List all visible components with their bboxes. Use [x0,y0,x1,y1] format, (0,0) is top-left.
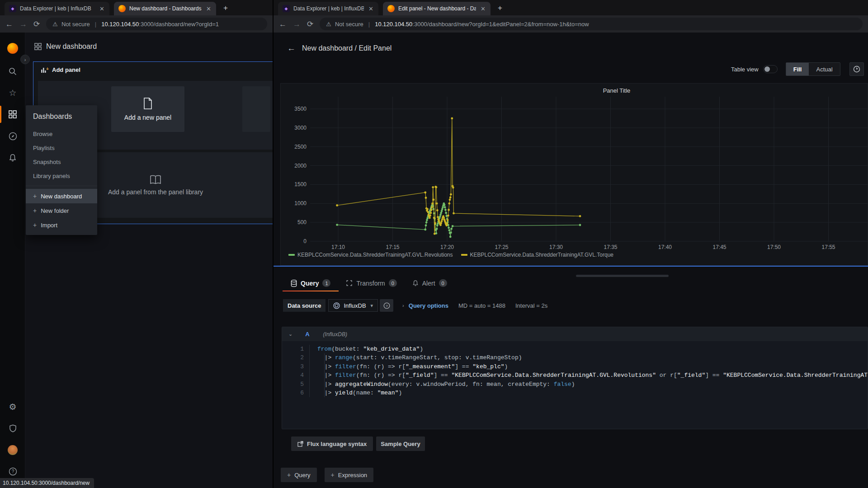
close-tab-icon[interactable]: ✕ [480,5,486,12]
dashboards-flyout-menu: Dashboards Browse Playlists Snapshots Li… [26,105,97,235]
legend-swatch-green [288,254,295,256]
external-link-icon [297,441,303,447]
svg-text:500: 500 [297,219,307,225]
security-label: Not secure [335,21,363,28]
tab-title: Edit panel - New dashboard - Da [398,5,476,12]
search-icon[interactable] [0,62,25,80]
browser-toolbar: ← → ⟳ ⚠ Not secure | 10.120.104.50:3000/… [274,15,868,33]
edit-panel-header: ← New dashboard / Edit Panel [287,43,392,53]
max-data-points-info: MD = auto = 1488 [458,302,505,309]
menu-item-playlists[interactable]: Playlists [26,141,97,155]
datasource-help-button[interactable]: ? [380,299,393,312]
fill-button[interactable]: Fill [786,63,809,75]
query-row-header[interactable]: ⌄ A (InfluxDB) [282,327,868,341]
grafana-favicon-icon [387,5,395,12]
help-icon[interactable]: ? [0,462,25,480]
add-query-button[interactable]: + Query [281,468,317,482]
table-view-toggle[interactable] [763,65,778,73]
code-line[interactable]: 2 |> range(start: v.timeRangeStart, stop… [282,353,868,362]
close-tab-icon[interactable]: ✕ [99,5,105,12]
legend-item-revolutions[interactable]: KEBPLCComService.Data.ShredderTrainingAT… [288,252,453,258]
close-tab-icon[interactable]: ✕ [368,5,374,12]
time-range-clock-button[interactable] [849,62,864,76]
flux-syntax-button[interactable]: Flux language syntax [291,436,373,451]
add-new-panel-label: Add a new panel [124,114,171,121]
database-icon [291,280,297,287]
browser-tab-data-explorer[interactable]: ◆ Data Explorer | keb | InfluxDB ✕ [278,2,378,15]
svg-text:3000: 3000 [294,125,307,131]
svg-text:17:30: 17:30 [549,244,563,250]
alerting-bell-icon[interactable] [0,149,25,167]
reload-button[interactable]: ⟳ [33,20,40,28]
code-line[interactable]: 1from(bucket: "keb_drive_data") [282,345,868,353]
browser-window-right: ◆ Data Explorer | keb | InfluxDB ✕ Edit … [274,0,868,488]
back-button[interactable]: ← [279,20,287,28]
tab-bar: ◆ Data Explorer | keb | InfluxDB ✕ New d… [0,0,273,15]
influxdb-logo-icon [333,302,340,309]
chart-panel[interactable]: Panel Title 0500100015002000250030003500… [280,83,868,266]
close-tab-icon[interactable]: ✕ [205,5,212,12]
flux-code-editor[interactable]: 1from(bucket: "keb_drive_data")2 |> rang… [282,341,868,401]
code-line[interactable]: 4 |> filter(fn: (r) => r["_field"] == "K… [282,371,868,380]
reload-button[interactable]: ⟳ [307,20,313,28]
chevron-right-icon[interactable]: › [402,303,404,308]
tab-transform[interactable]: Transform 0 [346,279,396,291]
partial-card[interactable] [242,86,270,132]
back-arrow-icon[interactable]: ← [287,43,296,53]
datasource-select[interactable]: InfluxDB ▾ [328,299,378,312]
influxdb-favicon-icon: ◆ [9,5,16,12]
explore-compass-icon[interactable] [0,127,25,145]
code-line[interactable]: 3 |> filter(fn: (r) => r["_measurement"]… [282,362,868,371]
code-line[interactable]: 5 |> aggregateWindow(every: v.windowPeri… [282,380,868,389]
address-divider: | [367,21,371,28]
menu-item-snapshots[interactable]: Snapshots [26,155,97,169]
browser-tab-edit-panel[interactable]: Edit panel - New dashboard - Da ✕ [383,2,491,15]
section-focus-divider [274,266,868,267]
collapse-chevron-icon[interactable]: ⌄ [288,331,292,337]
forward-button[interactable]: → [19,20,27,28]
menu-action-import[interactable]: + Import [26,218,97,232]
browser-tab-data-explorer[interactable]: ◆ Data Explorer | keb | InfluxDB ✕ [5,2,109,15]
indent-guide [324,353,325,397]
actual-button[interactable]: Actual [809,63,840,75]
transform-icon [346,280,353,286]
menu-item-browse[interactable]: Browse [26,127,97,141]
configuration-gear-icon[interactable]: ⚙ [0,398,25,416]
sidebar-expand-button[interactable]: › [20,55,30,64]
transform-count-badge: 0 [389,279,397,287]
tab-alert[interactable]: Alert 0 [412,279,447,291]
svg-text:2000: 2000 [294,163,307,169]
help-circle-icon: ? [383,302,390,309]
user-avatar[interactable] [0,441,25,459]
new-tab-button[interactable]: + [494,2,506,14]
svg-text:?: ? [11,469,14,474]
add-expression-button[interactable]: + Expression [325,468,374,482]
legend-item-torque[interactable]: KEBPLCComService.Data.ShredderTrainingAT… [461,252,613,258]
code-line[interactable]: 6 |> yield(name: "mean") [282,389,868,397]
dashboards-nav-icon[interactable] [0,105,25,123]
menu-action-new-dashboard[interactable]: + New dashboard [26,189,97,203]
starred-icon[interactable]: ☆ [0,84,25,102]
address-host: 10.120.104.50 [101,21,139,28]
splitter-drag-handle[interactable] [576,275,669,277]
new-tab-button[interactable]: + [220,2,231,14]
tab-query[interactable]: Query 1 [291,279,330,291]
forward-button[interactable]: → [293,20,301,28]
sample-query-button[interactable]: Sample Query [376,436,425,451]
query-options-link[interactable]: Query options [409,302,448,309]
add-panel-header[interactable]: + Add panel [33,62,273,73]
menu-item-library-panels[interactable]: Library panels [26,169,97,183]
editor-tabs: Query 1 Transform 0 Alert 0 [291,279,447,291]
browser-tab-new-dashboard[interactable]: New dashboard - Dashboards - ✕ [114,2,216,15]
address-bar[interactable]: ⚠ Not secure | 10.120.104.50:3000/dashbo… [320,18,863,30]
server-admin-shield-icon[interactable] [0,419,25,437]
add-new-panel-card[interactable]: Add a new panel [111,86,184,132]
grafana-app-right: ← New dashboard / Edit Panel Table view … [274,33,868,488]
grafana-logo-icon[interactable] [0,39,25,57]
address-bar[interactable]: ⚠ Not secure | 10.120.104.50:3000/dashbo… [46,18,267,30]
grafana-app-left: ☆ ⚙ ? › New dashboar [0,33,273,488]
svg-text:17:35: 17:35 [604,244,617,250]
back-button[interactable]: ← [5,20,13,28]
svg-text:+: + [46,67,49,71]
menu-action-new-folder[interactable]: + New folder [26,203,97,218]
